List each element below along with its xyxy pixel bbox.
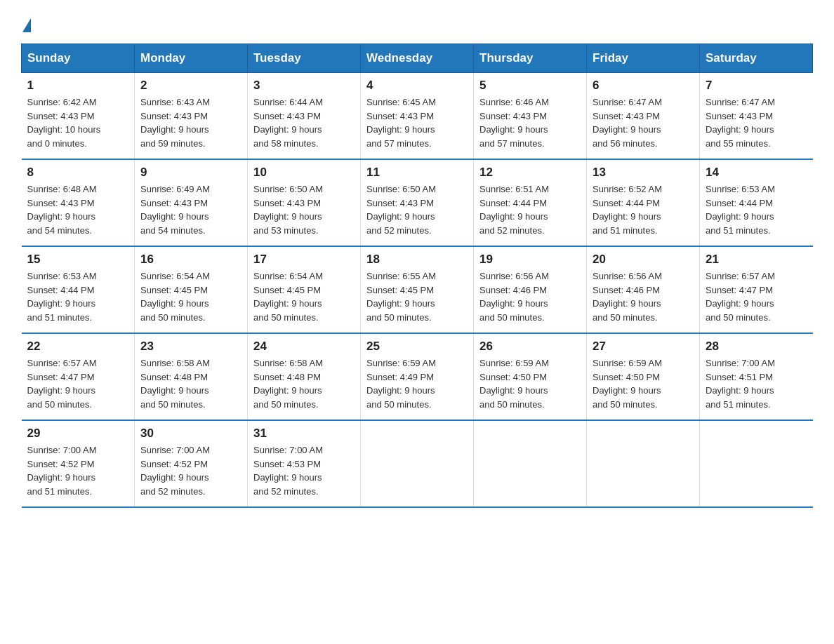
- calendar-cell: 30 Sunrise: 7:00 AMSunset: 4:52 PMDaylig…: [135, 420, 248, 507]
- day-number: 2: [140, 79, 241, 93]
- day-info: Sunrise: 6:50 AMSunset: 4:43 PMDaylight:…: [366, 184, 436, 236]
- day-info: Sunrise: 6:48 AMSunset: 4:43 PMDaylight:…: [27, 184, 97, 236]
- week-row-1: 1 Sunrise: 6:42 AMSunset: 4:43 PMDayligh…: [22, 73, 813, 160]
- calendar-cell: 10 Sunrise: 6:50 AMSunset: 4:43 PMDaylig…: [248, 159, 361, 246]
- day-number: 25: [366, 340, 468, 354]
- calendar-cell: 6 Sunrise: 6:47 AMSunset: 4:43 PMDayligh…: [587, 73, 700, 160]
- calendar-cell: 31 Sunrise: 7:00 AMSunset: 4:53 PMDaylig…: [248, 420, 361, 507]
- day-number: 7: [706, 79, 807, 93]
- day-info: Sunrise: 6:57 AMSunset: 4:47 PMDaylight:…: [27, 358, 97, 410]
- calendar-cell: 12 Sunrise: 6:51 AMSunset: 4:44 PMDaylig…: [474, 159, 587, 246]
- calendar-cell: 7 Sunrise: 6:47 AMSunset: 4:43 PMDayligh…: [700, 73, 813, 160]
- calendar-cell: 27 Sunrise: 6:59 AMSunset: 4:50 PMDaylig…: [587, 333, 700, 420]
- day-number: 24: [253, 340, 355, 354]
- day-info: Sunrise: 6:46 AMSunset: 4:43 PMDaylight:…: [479, 97, 549, 149]
- calendar-cell: 1 Sunrise: 6:42 AMSunset: 4:43 PMDayligh…: [22, 73, 135, 160]
- day-number: 21: [706, 253, 807, 267]
- logo-triangle-icon: [22, 18, 31, 32]
- day-number: 19: [479, 253, 581, 267]
- day-number: 12: [479, 166, 581, 180]
- day-number: 23: [140, 340, 241, 354]
- day-info: Sunrise: 6:47 AMSunset: 4:43 PMDaylight:…: [706, 97, 775, 149]
- day-info: Sunrise: 6:43 AMSunset: 4:43 PMDaylight:…: [140, 97, 210, 149]
- day-info: Sunrise: 6:53 AMSunset: 4:44 PMDaylight:…: [706, 184, 775, 236]
- day-number: 22: [27, 340, 129, 354]
- day-info: Sunrise: 6:45 AMSunset: 4:43 PMDaylight:…: [366, 97, 436, 149]
- calendar-cell: 17 Sunrise: 6:54 AMSunset: 4:45 PMDaylig…: [248, 246, 361, 333]
- day-info: Sunrise: 6:54 AMSunset: 4:45 PMDaylight:…: [253, 271, 323, 323]
- day-info: Sunrise: 6:52 AMSunset: 4:44 PMDaylight:…: [593, 184, 662, 236]
- day-info: Sunrise: 6:57 AMSunset: 4:47 PMDaylight:…: [706, 271, 775, 323]
- day-info: Sunrise: 7:00 AMSunset: 4:53 PMDaylight:…: [253, 445, 323, 497]
- day-info: Sunrise: 6:44 AMSunset: 4:43 PMDaylight:…: [253, 97, 323, 149]
- day-number: 6: [593, 79, 694, 93]
- day-info: Sunrise: 6:58 AMSunset: 4:48 PMDaylight:…: [140, 358, 210, 410]
- day-number: 8: [27, 166, 129, 180]
- calendar-cell: 15 Sunrise: 6:53 AMSunset: 4:44 PMDaylig…: [22, 246, 135, 333]
- day-info: Sunrise: 6:59 AMSunset: 4:50 PMDaylight:…: [593, 358, 662, 410]
- page-header: [21, 14, 813, 29]
- calendar-cell: 14 Sunrise: 6:53 AMSunset: 4:44 PMDaylig…: [700, 159, 813, 246]
- day-number: 27: [593, 340, 694, 354]
- day-number: 17: [253, 253, 355, 267]
- week-row-5: 29 Sunrise: 7:00 AMSunset: 4:52 PMDaylig…: [22, 420, 813, 507]
- day-info: Sunrise: 6:56 AMSunset: 4:46 PMDaylight:…: [593, 271, 662, 323]
- day-number: 26: [479, 340, 581, 354]
- calendar-cell: 13 Sunrise: 6:52 AMSunset: 4:44 PMDaylig…: [587, 159, 700, 246]
- day-info: Sunrise: 6:54 AMSunset: 4:45 PMDaylight:…: [140, 271, 210, 323]
- col-header-monday: Monday: [135, 44, 248, 73]
- day-number: 11: [366, 166, 468, 180]
- day-number: 30: [140, 427, 241, 441]
- day-info: Sunrise: 6:58 AMSunset: 4:48 PMDaylight:…: [253, 358, 323, 410]
- day-info: Sunrise: 6:47 AMSunset: 4:43 PMDaylight:…: [593, 97, 662, 149]
- calendar-cell: 2 Sunrise: 6:43 AMSunset: 4:43 PMDayligh…: [135, 73, 248, 160]
- day-info: Sunrise: 7:00 AMSunset: 4:52 PMDaylight:…: [27, 445, 97, 497]
- logo: [21, 14, 31, 29]
- day-number: 10: [253, 166, 355, 180]
- day-number: 9: [140, 166, 241, 180]
- day-number: 5: [479, 79, 581, 93]
- day-info: Sunrise: 6:49 AMSunset: 4:43 PMDaylight:…: [140, 184, 210, 236]
- col-header-thursday: Thursday: [474, 44, 587, 73]
- calendar-cell: 29 Sunrise: 7:00 AMSunset: 4:52 PMDaylig…: [22, 420, 135, 507]
- day-number: 4: [366, 79, 468, 93]
- calendar-cell: [587, 420, 700, 507]
- calendar-cell: 28 Sunrise: 7:00 AMSunset: 4:51 PMDaylig…: [700, 333, 813, 420]
- calendar-cell: 3 Sunrise: 6:44 AMSunset: 4:43 PMDayligh…: [248, 73, 361, 160]
- day-number: 18: [366, 253, 468, 267]
- logo-text-block: [21, 14, 31, 29]
- day-number: 28: [706, 340, 807, 354]
- calendar-header-row: SundayMondayTuesdayWednesdayThursdayFrid…: [22, 44, 813, 73]
- calendar-cell: 22 Sunrise: 6:57 AMSunset: 4:47 PMDaylig…: [22, 333, 135, 420]
- calendar-table: SundayMondayTuesdayWednesdayThursdayFrid…: [21, 43, 813, 508]
- day-number: 1: [27, 79, 129, 93]
- day-info: Sunrise: 6:42 AMSunset: 4:43 PMDaylight:…: [27, 97, 101, 149]
- col-header-saturday: Saturday: [700, 44, 813, 73]
- day-info: Sunrise: 6:51 AMSunset: 4:44 PMDaylight:…: [479, 184, 549, 236]
- calendar-cell: [700, 420, 813, 507]
- calendar-cell: 25 Sunrise: 6:59 AMSunset: 4:49 PMDaylig…: [361, 333, 474, 420]
- calendar-cell: 5 Sunrise: 6:46 AMSunset: 4:43 PMDayligh…: [474, 73, 587, 160]
- calendar-cell: 8 Sunrise: 6:48 AMSunset: 4:43 PMDayligh…: [22, 159, 135, 246]
- calendar-cell: 26 Sunrise: 6:59 AMSunset: 4:50 PMDaylig…: [474, 333, 587, 420]
- calendar-cell: 11 Sunrise: 6:50 AMSunset: 4:43 PMDaylig…: [361, 159, 474, 246]
- day-info: Sunrise: 6:50 AMSunset: 4:43 PMDaylight:…: [253, 184, 323, 236]
- week-row-2: 8 Sunrise: 6:48 AMSunset: 4:43 PMDayligh…: [22, 159, 813, 246]
- col-header-friday: Friday: [587, 44, 700, 73]
- calendar-cell: 21 Sunrise: 6:57 AMSunset: 4:47 PMDaylig…: [700, 246, 813, 333]
- day-info: Sunrise: 7:00 AMSunset: 4:52 PMDaylight:…: [140, 445, 210, 497]
- day-info: Sunrise: 6:59 AMSunset: 4:49 PMDaylight:…: [366, 358, 436, 410]
- day-number: 13: [593, 166, 694, 180]
- calendar-cell: 16 Sunrise: 6:54 AMSunset: 4:45 PMDaylig…: [135, 246, 248, 333]
- day-info: Sunrise: 7:00 AMSunset: 4:51 PMDaylight:…: [706, 358, 775, 410]
- calendar-cell: 4 Sunrise: 6:45 AMSunset: 4:43 PMDayligh…: [361, 73, 474, 160]
- day-number: 16: [140, 253, 241, 267]
- calendar-cell: 18 Sunrise: 6:55 AMSunset: 4:45 PMDaylig…: [361, 246, 474, 333]
- calendar-cell: 9 Sunrise: 6:49 AMSunset: 4:43 PMDayligh…: [135, 159, 248, 246]
- col-header-wednesday: Wednesday: [361, 44, 474, 73]
- calendar-cell: 24 Sunrise: 6:58 AMSunset: 4:48 PMDaylig…: [248, 333, 361, 420]
- day-number: 3: [253, 79, 355, 93]
- week-row-4: 22 Sunrise: 6:57 AMSunset: 4:47 PMDaylig…: [22, 333, 813, 420]
- day-number: 14: [706, 166, 807, 180]
- calendar-cell: [361, 420, 474, 507]
